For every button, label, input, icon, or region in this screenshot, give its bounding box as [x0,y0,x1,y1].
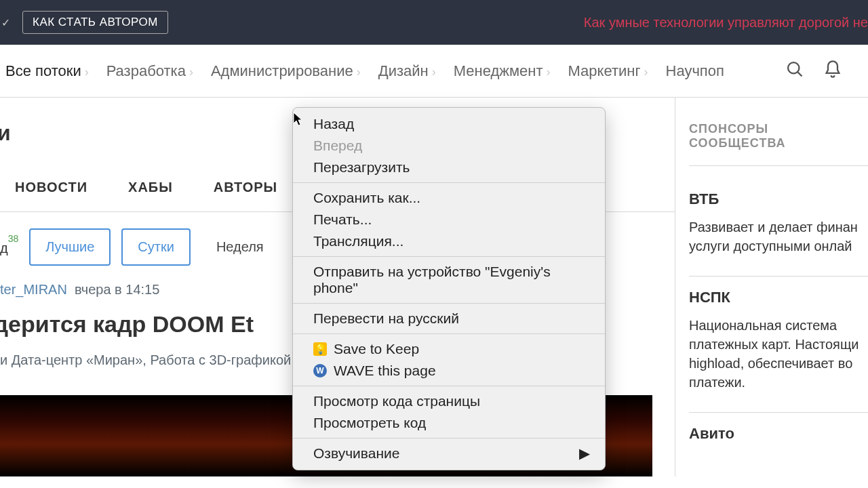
submenu-arrow-icon: ▶ [579,445,590,462]
ctx-translate[interactable]: Перевести на русский [293,308,605,329]
nav-marketing[interactable]: Маркетинг [568,62,648,80]
top-bar: ✓ КАК СТАТЬ АВТОРОМ Как умные технологии… [0,0,868,45]
filter-period-fragment[interactable]: д38 [0,239,18,256]
keep-icon: 💡 [313,342,327,356]
ctx-inspect[interactable]: Просмотреть код [293,412,605,434]
nav-all-streams[interactable]: Все потоки [5,62,89,80]
sponsor-desc: Национальная система платежных карт. Нас… [689,316,868,392]
sponsor-desc: Развивает и делает финан услуги доступны… [689,218,868,256]
sidebar-heading: СПОНСОРЫ СООБЩЕСТВА [689,122,868,166]
ctx-cast[interactable]: Трансляция... [293,230,605,252]
ctx-save-as[interactable]: Сохранить как... [293,187,605,209]
ctx-save-to-keep[interactable]: 💡 Save to Keep [293,338,605,360]
ctx-back[interactable]: Назад [293,113,605,135]
svg-line-1 [797,72,802,76]
ctx-speech[interactable]: Озвучивание ▶ [293,443,605,464]
bell-icon[interactable] [823,60,842,83]
ctx-wave-label: WAVE this page [334,363,436,379]
filter-day[interactable]: Сутки [121,228,191,266]
nav-scipop[interactable]: Научпоп [666,62,724,80]
sponsor-name: Авито [689,425,868,443]
ctx-speech-label: Озвучивание [313,445,399,462]
sponsor-name: ВТБ [689,190,868,208]
become-author-button[interactable]: КАК СТАТЬ АВТОРОМ [22,11,168,34]
sponsor-name: НСПК [689,289,868,306]
tab-hubs[interactable]: ХАБЫ [128,180,173,195]
nav-design[interactable]: Дизайн [378,62,436,80]
main-nav: Все потоки Разработка Администрирование … [0,45,868,98]
checkmark-icon: ✓ [1,16,10,29]
filter-week[interactable]: Неделя [201,230,279,264]
sponsor-item[interactable]: НСПК Национальная система платежных карт… [689,277,868,413]
search-icon[interactable] [785,60,804,83]
ctx-print[interactable]: Печать... [293,209,605,230]
post-author-link[interactable]: ter_MIRAN [0,282,67,297]
promo-headline[interactable]: Как умные технологии управляют дорогой н… [584,15,868,30]
ctx-view-source[interactable]: Просмотр кода страницы [293,390,605,412]
wave-icon: W [313,364,327,378]
svg-point-0 [788,62,799,73]
nav-development[interactable]: Разработка [106,62,193,80]
sidebar: СПОНСОРЫ СООБЩЕСТВА ВТБ Развивает и дела… [675,98,868,476]
sponsor-item[interactable]: Авито [689,413,868,472]
filter-best[interactable]: Лучшие [29,228,111,266]
ctx-keep-label: Save to Keep [334,341,419,357]
context-menu: Назад Вперед Перезагрузить Сохранить как… [292,107,606,470]
sponsor-item[interactable]: ВТБ Развивает и делает финан услуги дост… [689,178,868,277]
post-time: вчера в 14:15 [75,282,159,297]
tab-news[interactable]: НОВОСТИ [15,180,87,195]
ctx-wave[interactable]: W WAVE this page [293,360,605,382]
ctx-reload[interactable]: Перезагрузить [293,157,605,178]
nav-management[interactable]: Менеджмент [454,62,551,80]
ctx-forward: Вперед [293,135,605,157]
tab-authors[interactable]: АВТОРЫ [214,180,277,195]
nav-administration[interactable]: Администрирование [211,62,361,80]
ctx-send-to-device[interactable]: Отправить на устройство "Evgeniy's phone… [293,261,605,299]
